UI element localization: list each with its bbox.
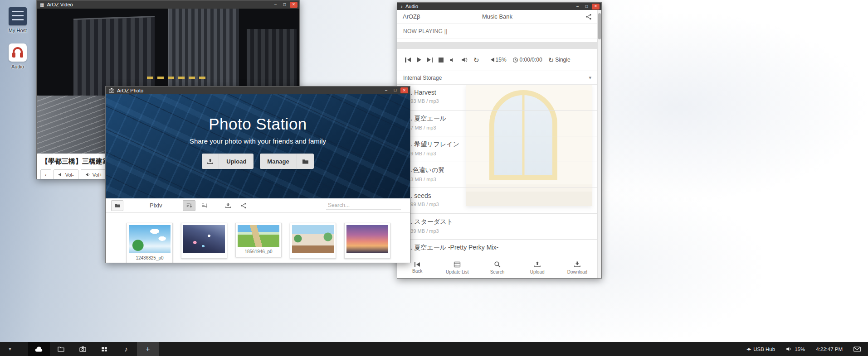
maximize-button[interactable]: □ xyxy=(281,2,288,8)
photo-caption: 12436825_p0 xyxy=(129,253,171,261)
taskbar-music-button[interactable]: ♪ xyxy=(115,342,137,356)
audio-window-titlebar[interactable]: ♪ Audio – □ × xyxy=(397,3,601,10)
nav-label: Update List xyxy=(446,269,469,274)
desktop-icon-my-host[interactable]: My Host xyxy=(3,7,33,33)
search-input[interactable] xyxy=(328,202,398,208)
play-button[interactable] xyxy=(417,57,421,63)
mute-button[interactable] xyxy=(449,57,455,63)
maximize-button[interactable]: □ xyxy=(583,4,590,10)
folder-button[interactable] xyxy=(111,200,123,211)
audio-header: Music Bank ArOZβ xyxy=(397,10,597,24)
track-row[interactable]: 01.色違いの翼 9.63 MB / mp3 xyxy=(397,162,597,188)
download-button[interactable]: Download xyxy=(557,257,597,278)
track-row[interactable]: 02. seeds 12.99 MB / mp3 xyxy=(397,188,597,214)
volume-level[interactable]: 15% xyxy=(491,57,507,63)
close-button[interactable]: × xyxy=(290,2,297,8)
play-mode-toggle[interactable]: ↻ Single xyxy=(548,57,571,63)
audio-content: Music Bank ArOZβ NOW PLAYING || xyxy=(397,10,597,278)
track-meta: 9.37 MB / mp3 xyxy=(404,125,597,130)
search-button[interactable]: Search xyxy=(477,257,517,278)
usb-hub-status[interactable]: ◂▸ USB Hub xyxy=(746,346,775,352)
skip-to-start-icon xyxy=(414,262,420,267)
download-button[interactable] xyxy=(222,200,234,211)
messages-button[interactable] xyxy=(853,346,861,352)
refresh-button[interactable]: ↻ xyxy=(473,57,479,63)
speaker-icon xyxy=(58,172,63,177)
volume-up-button[interactable]: Vol+ xyxy=(81,169,107,179)
photo-hero-banner: Photo Station Share your photo with your… xyxy=(106,94,410,198)
camera-icon xyxy=(79,346,86,352)
photo-card[interactable]: 18561946_p0 xyxy=(235,223,282,257)
aroz-brand-label: ArOZβ xyxy=(403,13,420,20)
sort-asc-button[interactable] xyxy=(183,200,195,211)
host-screen-icon xyxy=(9,7,27,25)
share-button[interactable] xyxy=(237,200,250,211)
desktop: My Host Audio ▦ ArOZ Video – □ × 【學都三橋】三… xyxy=(0,0,868,356)
desktop-icon-label: My Host xyxy=(3,28,33,33)
volume-percent-label: 15% xyxy=(795,346,805,352)
track-title: 02. スターダスト xyxy=(404,218,597,226)
skip-back-button[interactable] xyxy=(405,58,411,63)
now-playing-text: NOW PLAYING || xyxy=(397,24,597,39)
folder-open-icon xyxy=(302,159,309,164)
volume-status[interactable]: 15% xyxy=(786,346,805,352)
taskbar-photo-button[interactable] xyxy=(72,342,93,356)
video-back-button[interactable]: ‹ xyxy=(40,169,51,179)
close-button[interactable]: × xyxy=(400,87,408,93)
share-button[interactable] xyxy=(585,14,592,20)
seek-bar[interactable] xyxy=(397,42,597,49)
video-window-title: ArOZ Video xyxy=(47,2,73,7)
track-row[interactable]: 02. スターダスト 12.39 MB / mp3 xyxy=(397,214,597,240)
taskbar-files-button[interactable] xyxy=(50,342,72,356)
camera-icon xyxy=(109,88,114,93)
update-list-button[interactable]: Update List xyxy=(437,257,477,278)
photo-thumbnail xyxy=(346,225,388,253)
sort-desc-icon xyxy=(201,202,208,208)
sort-asc-icon xyxy=(186,202,192,208)
skip-forward-button[interactable] xyxy=(427,58,433,63)
manage-button[interactable]: Manage xyxy=(260,154,313,169)
nav-label: Download xyxy=(567,269,587,274)
taskbar: ▾ ♪ + ◂▸ USB Hub xyxy=(0,342,868,356)
track-title: 02. 夏空エール -Pretty Perky Mix- xyxy=(404,244,597,252)
photo-card[interactable] xyxy=(181,223,227,259)
track-row[interactable]: 02. 夏空エール -Pretty Perky Mix- xyxy=(397,240,597,257)
photo-card[interactable]: 12436825_p0 xyxy=(127,223,173,263)
volume-button[interactable] xyxy=(461,57,468,63)
photo-window-titlebar[interactable]: ArOZ Photo – □ × xyxy=(106,87,410,94)
video-window-titlebar[interactable]: ▦ ArOZ Video – □ × xyxy=(37,0,299,9)
track-row[interactable]: 01. 希望リフレイン 9.09 MB / mp3 xyxy=(397,136,597,162)
stop-button[interactable] xyxy=(439,58,444,63)
photo-card[interactable] xyxy=(344,223,390,259)
upload-button[interactable]: Upload xyxy=(202,154,254,169)
photo-caption xyxy=(183,253,225,256)
scrollbar-thumb[interactable] xyxy=(598,13,601,39)
track-row[interactable]: 01. 夏空エール 9.37 MB / mp3 xyxy=(397,111,597,136)
photo-card[interactable] xyxy=(290,223,336,259)
volume-percent-label: 15% xyxy=(496,57,507,63)
minimize-button[interactable]: – xyxy=(272,2,279,8)
track-title: 01. 夏空エール xyxy=(404,115,597,123)
taskbar-add-button[interactable]: + xyxy=(137,342,159,356)
volume-down-button[interactable]: Vol- xyxy=(54,169,78,179)
scrollbar[interactable] xyxy=(597,10,601,278)
maximize-button[interactable]: □ xyxy=(391,87,399,93)
photo-thumbnail xyxy=(129,225,171,253)
close-button[interactable]: × xyxy=(592,4,600,10)
track-row[interactable]: 01. Harvest 10.93 MB / mp3 xyxy=(397,85,597,111)
minimize-button[interactable]: – xyxy=(574,4,581,10)
taskbar-cloud-button[interactable] xyxy=(28,342,50,356)
storage-select[interactable]: Internal Storage ▾ xyxy=(397,71,597,85)
minimize-button[interactable]: – xyxy=(382,87,390,93)
audio-bottom-nav: Back Update List Search Upload Download xyxy=(397,257,597,278)
upload-button[interactable]: Upload xyxy=(517,257,557,278)
volume-down-label: Vol- xyxy=(65,172,74,178)
desktop-icon-audio[interactable]: Audio xyxy=(3,43,33,69)
search-icon xyxy=(494,261,501,268)
taskbar-expand-button[interactable]: ▾ xyxy=(0,346,20,352)
taskbar-video-button[interactable] xyxy=(93,342,115,356)
track-meta: 12.39 MB / mp3 xyxy=(404,228,597,234)
photo-toolbar: Pixiv xyxy=(106,198,410,213)
clock[interactable]: 4:22:47 PM xyxy=(816,346,843,352)
sort-desc-button[interactable] xyxy=(198,200,211,211)
